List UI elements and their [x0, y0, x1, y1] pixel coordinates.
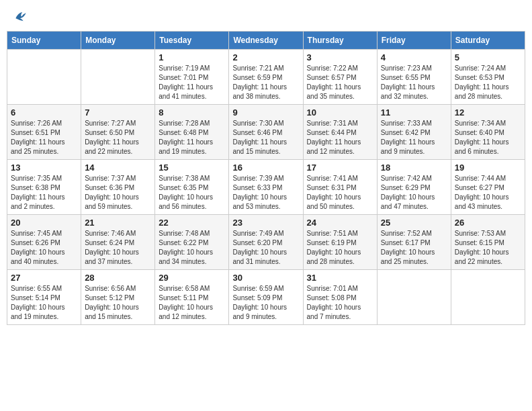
day-info: Sunrise: 7:38 AM Sunset: 6:35 PM Dayligh…	[159, 174, 225, 212]
day-number: 13	[11, 163, 77, 173]
day-number: 26	[455, 218, 521, 228]
day-number: 10	[307, 107, 373, 118]
calendar-cell: 18Sunrise: 7:42 AM Sunset: 6:29 PM Dayli…	[377, 160, 451, 215]
day-number: 1	[159, 52, 225, 62]
calendar-cell: 31Sunrise: 7:01 AM Sunset: 5:08 PM Dayli…	[303, 270, 377, 325]
calendar-header-sunday: Sunday	[7, 32, 81, 50]
calendar-cell: 22Sunrise: 7:48 AM Sunset: 6:22 PM Dayli…	[155, 215, 229, 270]
calendar-cell: 8Sunrise: 7:28 AM Sunset: 6:48 PM Daylig…	[155, 105, 229, 160]
calendar-header-thursday: Thursday	[303, 32, 377, 50]
day-number: 16	[232, 163, 299, 173]
day-number: 14	[85, 163, 151, 173]
day-number: 4	[381, 52, 447, 62]
day-number: 12	[455, 107, 521, 118]
day-number: 6	[11, 107, 77, 118]
day-info: Sunrise: 7:48 AM Sunset: 6:22 PM Dayligh…	[159, 229, 225, 267]
day-info: Sunrise: 7:52 AM Sunset: 6:17 PM Dayligh…	[381, 229, 447, 267]
calendar-cell	[451, 270, 525, 325]
calendar-cell: 29Sunrise: 6:58 AM Sunset: 5:11 PM Dayli…	[155, 270, 229, 325]
calendar-cell: 19Sunrise: 7:44 AM Sunset: 6:27 PM Dayli…	[451, 160, 525, 215]
calendar-body: 1Sunrise: 7:19 AM Sunset: 7:01 PM Daylig…	[7, 50, 525, 325]
day-info: Sunrise: 7:34 AM Sunset: 6:40 PM Dayligh…	[455, 119, 521, 156]
calendar-week-1: 6Sunrise: 7:26 AM Sunset: 6:51 PM Daylig…	[7, 105, 525, 160]
day-number: 11	[381, 107, 447, 118]
day-info: Sunrise: 7:39 AM Sunset: 6:33 PM Dayligh…	[232, 174, 299, 212]
calendar-cell	[81, 50, 155, 105]
day-info: Sunrise: 7:19 AM Sunset: 7:01 PM Dayligh…	[159, 64, 225, 101]
calendar-week-2: 13Sunrise: 7:35 AM Sunset: 6:38 PM Dayli…	[7, 160, 525, 215]
calendar-cell: 6Sunrise: 7:26 AM Sunset: 6:51 PM Daylig…	[7, 105, 81, 160]
calendar-header-tuesday: Tuesday	[155, 32, 229, 50]
day-number: 30	[232, 273, 299, 283]
calendar-cell: 21Sunrise: 7:46 AM Sunset: 6:24 PM Dayli…	[81, 215, 155, 270]
calendar-cell: 27Sunrise: 6:55 AM Sunset: 5:14 PM Dayli…	[7, 270, 81, 325]
day-info: Sunrise: 7:44 AM Sunset: 6:27 PM Dayligh…	[455, 174, 521, 212]
calendar-header-saturday: Saturday	[451, 32, 525, 50]
day-number: 5	[455, 52, 521, 62]
day-info: Sunrise: 7:21 AM Sunset: 6:59 PM Dayligh…	[232, 64, 299, 101]
day-number: 8	[159, 107, 225, 118]
day-info: Sunrise: 7:23 AM Sunset: 6:55 PM Dayligh…	[381, 64, 447, 101]
calendar-cell: 30Sunrise: 6:59 AM Sunset: 5:09 PM Dayli…	[229, 270, 303, 325]
day-number: 31	[307, 273, 373, 283]
calendar-cell	[7, 50, 81, 105]
calendar-week-4: 27Sunrise: 6:55 AM Sunset: 5:14 PM Dayli…	[7, 270, 525, 325]
calendar-cell: 20Sunrise: 7:45 AM Sunset: 6:26 PM Dayli…	[7, 215, 81, 270]
calendar-cell: 2Sunrise: 7:21 AM Sunset: 6:59 PM Daylig…	[229, 50, 303, 105]
day-number: 3	[307, 52, 373, 62]
day-info: Sunrise: 7:30 AM Sunset: 6:46 PM Dayligh…	[232, 119, 299, 156]
calendar-header-row: SundayMondayTuesdayWednesdayThursdayFrid…	[7, 32, 525, 50]
calendar-header-wednesday: Wednesday	[229, 32, 303, 50]
calendar-cell: 16Sunrise: 7:39 AM Sunset: 6:33 PM Dayli…	[229, 160, 303, 215]
day-info: Sunrise: 7:28 AM Sunset: 6:48 PM Dayligh…	[159, 119, 225, 156]
logo	[12, 9, 27, 23]
day-info: Sunrise: 6:55 AM Sunset: 5:14 PM Dayligh…	[11, 284, 77, 322]
day-info: Sunrise: 7:31 AM Sunset: 6:44 PM Dayligh…	[307, 119, 373, 156]
day-info: Sunrise: 6:58 AM Sunset: 5:11 PM Dayligh…	[159, 284, 225, 322]
day-info: Sunrise: 7:53 AM Sunset: 6:15 PM Dayligh…	[455, 229, 521, 267]
day-number: 27	[11, 273, 77, 283]
day-number: 7	[85, 107, 151, 118]
day-info: Sunrise: 7:01 AM Sunset: 5:08 PM Dayligh…	[307, 284, 373, 322]
day-info: Sunrise: 7:46 AM Sunset: 6:24 PM Dayligh…	[85, 229, 151, 267]
day-number: 19	[455, 163, 521, 173]
day-info: Sunrise: 7:24 AM Sunset: 6:53 PM Dayligh…	[455, 64, 521, 101]
calendar-header-monday: Monday	[81, 32, 155, 50]
day-number: 23	[232, 218, 299, 228]
day-info: Sunrise: 7:35 AM Sunset: 6:38 PM Dayligh…	[11, 174, 77, 212]
day-number: 18	[381, 163, 447, 173]
calendar-cell: 26Sunrise: 7:53 AM Sunset: 6:15 PM Dayli…	[451, 215, 525, 270]
calendar-cell: 15Sunrise: 7:38 AM Sunset: 6:35 PM Dayli…	[155, 160, 229, 215]
calendar-header-friday: Friday	[377, 32, 451, 50]
calendar-cell: 5Sunrise: 7:24 AM Sunset: 6:53 PM Daylig…	[451, 50, 525, 105]
calendar-cell: 14Sunrise: 7:37 AM Sunset: 6:36 PM Dayli…	[81, 160, 155, 215]
calendar-cell: 4Sunrise: 7:23 AM Sunset: 6:55 PM Daylig…	[377, 50, 451, 105]
day-info: Sunrise: 6:59 AM Sunset: 5:09 PM Dayligh…	[232, 284, 299, 322]
day-info: Sunrise: 7:37 AM Sunset: 6:36 PM Dayligh…	[85, 174, 151, 212]
day-number: 29	[159, 273, 225, 283]
day-info: Sunrise: 7:27 AM Sunset: 6:50 PM Dayligh…	[85, 119, 151, 156]
page-header	[7, 7, 525, 26]
day-info: Sunrise: 7:33 AM Sunset: 6:42 PM Dayligh…	[381, 119, 447, 156]
calendar-cell: 17Sunrise: 7:41 AM Sunset: 6:31 PM Dayli…	[303, 160, 377, 215]
day-number: 28	[85, 273, 151, 283]
calendar-cell: 24Sunrise: 7:51 AM Sunset: 6:19 PM Dayli…	[303, 215, 377, 270]
day-info: Sunrise: 7:45 AM Sunset: 6:26 PM Dayligh…	[11, 229, 77, 267]
calendar-cell: 28Sunrise: 6:56 AM Sunset: 5:12 PM Dayli…	[81, 270, 155, 325]
day-info: Sunrise: 7:42 AM Sunset: 6:29 PM Dayligh…	[381, 174, 447, 212]
logo-bird-icon	[13, 9, 27, 23]
calendar-cell: 23Sunrise: 7:49 AM Sunset: 6:20 PM Dayli…	[229, 215, 303, 270]
day-info: Sunrise: 6:56 AM Sunset: 5:12 PM Dayligh…	[85, 284, 151, 322]
day-number: 24	[307, 218, 373, 228]
day-number: 22	[159, 218, 225, 228]
day-number: 15	[159, 163, 225, 173]
day-info: Sunrise: 7:41 AM Sunset: 6:31 PM Dayligh…	[307, 174, 373, 212]
calendar-cell: 12Sunrise: 7:34 AM Sunset: 6:40 PM Dayli…	[451, 105, 525, 160]
calendar-cell	[377, 270, 451, 325]
day-info: Sunrise: 7:26 AM Sunset: 6:51 PM Dayligh…	[11, 119, 77, 156]
calendar-week-3: 20Sunrise: 7:45 AM Sunset: 6:26 PM Dayli…	[7, 215, 525, 270]
calendar-cell: 7Sunrise: 7:27 AM Sunset: 6:50 PM Daylig…	[81, 105, 155, 160]
calendar-cell: 1Sunrise: 7:19 AM Sunset: 7:01 PM Daylig…	[155, 50, 229, 105]
calendar-cell: 13Sunrise: 7:35 AM Sunset: 6:38 PM Dayli…	[7, 160, 81, 215]
day-info: Sunrise: 7:51 AM Sunset: 6:19 PM Dayligh…	[307, 229, 373, 267]
